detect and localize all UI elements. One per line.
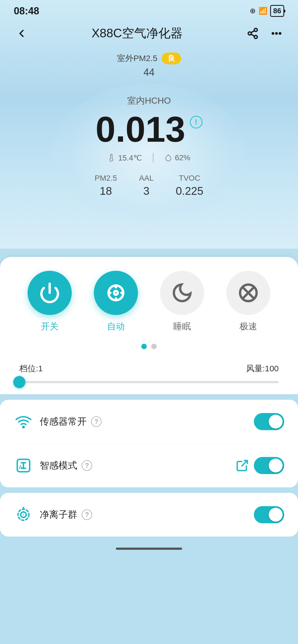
- dot-2: [151, 344, 157, 349]
- mode-power-circle[interactable]: [28, 271, 72, 315]
- stat-pm25-label: PM2.5: [95, 174, 117, 183]
- svg-point-6: [276, 33, 277, 34]
- status-icons: ⊕ 📶 86: [250, 5, 284, 17]
- temperature-value: 15.4℃: [118, 153, 142, 162]
- svg-point-5: [272, 33, 274, 34]
- mode-turbo[interactable]: 极速: [226, 271, 270, 333]
- mode-sleep[interactable]: 睡眠: [160, 271, 204, 333]
- status-bar: 08:48 ⊕ 📶 86: [0, 0, 298, 20]
- mode-turbo-label: 极速: [240, 320, 257, 333]
- ion-cluster-text: 净离子群 ?: [40, 508, 247, 521]
- pagination-dots: [17, 344, 281, 349]
- stat-pm25: PM2.5 18: [95, 174, 117, 197]
- stat-tvoc: TVOC 0.225: [176, 174, 203, 197]
- svg-line-3: [251, 34, 255, 36]
- quality-badge: 良: [162, 52, 181, 64]
- ai-help-icon[interactable]: ?: [82, 460, 92, 471]
- slider-info: 档位:1 风量:100: [19, 363, 279, 374]
- sensor-toggle[interactable]: [254, 413, 284, 430]
- svg-point-2: [254, 35, 257, 38]
- info-icon[interactable]: !: [190, 116, 203, 128]
- humidity-icon: [164, 154, 172, 162]
- wind-label: 风量:100: [246, 363, 279, 374]
- stat-aal-label: AAL: [139, 174, 154, 183]
- ion-cluster-label: 净离子群: [40, 508, 77, 521]
- dot-1: [141, 344, 147, 349]
- signal-icon: 📶: [259, 7, 267, 15]
- sensor-help-icon[interactable]: ?: [91, 416, 102, 427]
- settings-ai-mode: AI 智感模式 ?: [14, 444, 284, 487]
- ion-icon: +: [14, 505, 33, 524]
- ai-toggle[interactable]: [254, 457, 284, 474]
- ion-right: [254, 506, 284, 523]
- sensor-icon: [14, 412, 33, 431]
- slider-section: 档位:1 风量:100: [17, 363, 281, 383]
- mode-power-label: 开关: [41, 320, 58, 333]
- gear-label: 档位:1: [19, 363, 43, 374]
- mode-auto-label: 自动: [107, 320, 125, 333]
- home-bar: [116, 548, 182, 550]
- svg-point-10: [114, 291, 118, 295]
- svg-line-17: [242, 461, 247, 466]
- ion-toggle[interactable]: [254, 506, 284, 523]
- thermometer-icon: [108, 154, 115, 162]
- sensor-label: 室内HCHO: [0, 95, 298, 107]
- mode-row: 开关 自动 睡眠: [17, 271, 281, 333]
- control-card: 开关 自动 睡眠: [0, 257, 298, 394]
- mode-auto[interactable]: 自动: [94, 271, 138, 333]
- ai-toggle-thumb: [269, 459, 283, 472]
- mode-auto-circle[interactable]: [94, 271, 138, 315]
- mode-power[interactable]: 开关: [28, 271, 72, 333]
- settings-ion-cluster: + 净离子群 ?: [14, 493, 284, 537]
- svg-point-7: [279, 33, 281, 34]
- svg-point-14: [23, 427, 24, 428]
- mode-turbo-circle[interactable]: [226, 271, 270, 315]
- outdoor-section: 室外PM2.5 良 44: [0, 50, 298, 84]
- svg-text:+: +: [22, 512, 25, 517]
- svg-text:AI: AI: [19, 464, 24, 470]
- settings-sensor-always-on: 传感器常开 ?: [14, 400, 284, 444]
- status-time: 08:48: [14, 5, 39, 17]
- external-link-icon[interactable]: [236, 459, 248, 472]
- svg-point-21: [23, 507, 24, 508]
- share-button[interactable]: [245, 26, 260, 41]
- stat-tvoc-value: 0.225: [176, 185, 203, 197]
- settings-card-1: 传感器常开 ? AI 智感模式 ?: [0, 400, 298, 487]
- sensor-always-on-label: 传感器常开: [40, 415, 87, 428]
- svg-point-1: [248, 32, 251, 35]
- ai-mode-label: 智感模式: [40, 459, 77, 472]
- ion-help-icon[interactable]: ?: [82, 509, 92, 520]
- stat-aal: AAL 3: [139, 174, 154, 197]
- svg-point-0: [254, 28, 257, 31]
- mode-sleep-label: 睡眠: [173, 320, 191, 333]
- home-indicator: [0, 542, 298, 558]
- mode-sleep-circle[interactable]: [160, 271, 204, 315]
- settings-card-2: + 净离子群 ?: [0, 493, 298, 537]
- main-sensor: 室内HCHO 0.013 ! 15.4℃ 62% PM2.5: [0, 84, 298, 214]
- ai-mode-text: 智感模式 ?: [40, 459, 230, 472]
- header: X88C空气净化器: [0, 20, 298, 50]
- outdoor-value: 44: [0, 67, 298, 78]
- svg-line-4: [251, 30, 255, 32]
- back-button[interactable]: [14, 26, 29, 41]
- outdoor-label: 室外PM2.5: [117, 53, 158, 64]
- stat-pm25-value: 18: [95, 185, 117, 197]
- environment-row: 15.4℃ 62%: [0, 153, 298, 163]
- header-actions: [245, 26, 284, 41]
- stat-tvoc-label: TVOC: [176, 174, 203, 183]
- sensor-value: 0.013: [95, 111, 185, 147]
- slider-thumb[interactable]: [13, 376, 25, 388]
- ai-icon: AI: [14, 456, 33, 475]
- slider-track[interactable]: [19, 381, 279, 383]
- nfc-icon: ⊕: [250, 7, 256, 15]
- sensor-right: [254, 413, 284, 430]
- stat-aal-value: 3: [139, 185, 154, 197]
- humidity-value: 62%: [175, 153, 190, 162]
- sensor-toggle-thumb: [269, 415, 283, 429]
- ai-right: [236, 457, 284, 474]
- ion-toggle-thumb: [269, 508, 283, 522]
- sensor-always-on-text: 传感器常开 ?: [40, 415, 247, 428]
- battery-indicator: 86: [270, 5, 284, 17]
- page-title: X88C空气净化器: [92, 25, 183, 41]
- more-button[interactable]: [269, 26, 284, 41]
